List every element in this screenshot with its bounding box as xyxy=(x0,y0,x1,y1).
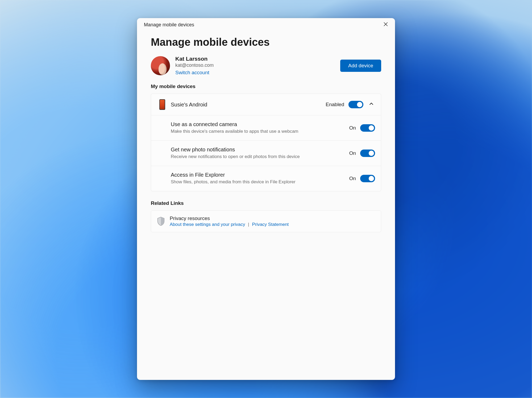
manage-mobile-devices-window: Manage mobile devices Manage mobile devi… xyxy=(137,18,395,380)
close-icon xyxy=(383,22,388,28)
related-links-card: Privacy resources About these settings a… xyxy=(151,210,381,232)
switch-account-link[interactable]: Switch account xyxy=(175,70,214,76)
add-device-button[interactable]: Add device xyxy=(340,60,381,72)
setting-subtitle: Show files, photos, and media from this … xyxy=(171,179,349,185)
devices-section-label: My mobile devices xyxy=(151,84,381,89)
related-links: About these settings and your privacy | … xyxy=(170,222,289,227)
separator: | xyxy=(248,222,249,227)
setting-title: Access in File Explorer xyxy=(171,172,349,178)
shield-icon xyxy=(157,217,165,226)
titlebar: Manage mobile devices xyxy=(137,18,395,31)
content-area: Manage mobile devices Kat Larsson kat@co… xyxy=(137,31,395,380)
setting-subtitle: Receive new notifications to open or edi… xyxy=(171,154,349,160)
file-explorer-access-toggle[interactable] xyxy=(360,175,375,182)
related-title: Privacy resources xyxy=(170,215,289,221)
account-row: Kat Larsson kat@contoso.com Switch accou… xyxy=(151,56,381,76)
device-name: Susie's Android xyxy=(171,102,326,108)
avatar xyxy=(151,56,170,75)
collapse-device-button[interactable] xyxy=(368,101,375,108)
privacy-statement-link[interactable]: Privacy Statement xyxy=(252,222,289,227)
device-enabled-toggle[interactable] xyxy=(348,101,363,108)
setting-state-label: On xyxy=(349,125,356,131)
setting-photo-notifications: Get new photo notifications Receive new … xyxy=(151,140,381,166)
devices-card: Susie's Android Enabled xyxy=(151,94,381,191)
setting-subtitle: Make this device's camera available to a… xyxy=(171,128,349,135)
setting-state-label: On xyxy=(349,150,356,156)
photo-notifications-toggle[interactable] xyxy=(360,150,375,157)
device-state-label: Enabled xyxy=(326,102,344,107)
chevron-up-icon xyxy=(369,101,374,108)
page-title: Manage mobile devices xyxy=(151,36,381,48)
setting-title: Use as a connected camera xyxy=(171,121,349,127)
device-header-row[interactable]: Susie's Android Enabled xyxy=(151,94,381,115)
setting-connected-camera: Use as a connected camera Make this devi… xyxy=(151,115,381,140)
account-email: kat@contoso.com xyxy=(175,63,214,68)
account-info: Kat Larsson kat@contoso.com Switch accou… xyxy=(175,56,214,76)
phone-icon xyxy=(157,99,168,110)
connected-camera-toggle[interactable] xyxy=(360,124,375,132)
setting-title: Get new photo notifications xyxy=(171,147,349,153)
account-name: Kat Larsson xyxy=(175,56,214,62)
setting-file-explorer-access: Access in File Explorer Show files, phot… xyxy=(151,166,381,191)
setting-state-label: On xyxy=(349,176,356,181)
account-info-group: Kat Larsson kat@contoso.com Switch accou… xyxy=(151,56,214,76)
window-title: Manage mobile devices xyxy=(144,22,194,28)
privacy-about-link[interactable]: About these settings and your privacy xyxy=(170,222,245,227)
related-section-label: Related Links xyxy=(151,200,381,206)
close-button[interactable] xyxy=(382,21,389,28)
